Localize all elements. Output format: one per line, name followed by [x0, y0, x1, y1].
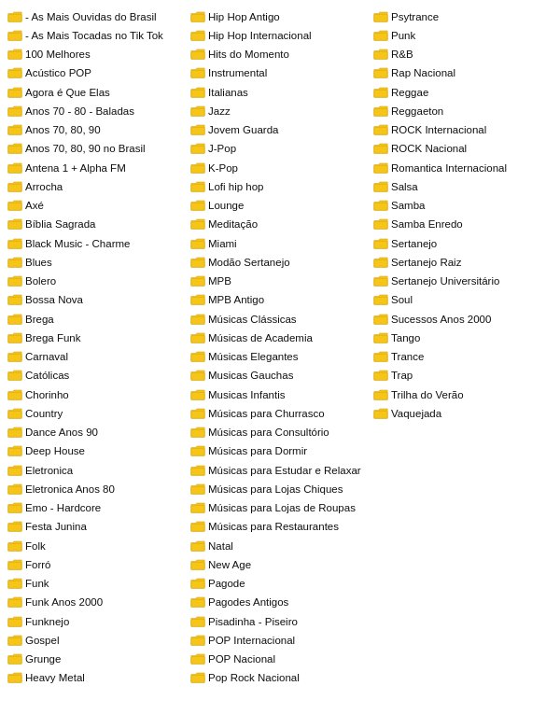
list-item[interactable]: Eletronica — [6, 461, 189, 480]
list-item[interactable]: Hits do Momento — [189, 46, 371, 64]
list-item[interactable]: Psytrance — [371, 7, 554, 26]
list-item[interactable]: New Age — [189, 555, 371, 574]
list-item[interactable]: Músicas de Academia — [189, 329, 371, 347]
list-item[interactable]: Músicas Clássicas — [189, 310, 371, 329]
list-item[interactable]: 100 Melhores — [6, 46, 189, 64]
list-item[interactable]: Antena 1 + Alpha FM — [6, 159, 189, 177]
list-item[interactable]: Salsa — [371, 177, 554, 196]
list-item[interactable]: Samba Enredo — [371, 216, 554, 234]
list-item[interactable]: Sertanejo — [371, 234, 554, 253]
list-item[interactable]: Bíblia Sagrada — [6, 216, 189, 234]
list-item[interactable]: Tango — [371, 329, 554, 347]
list-item[interactable]: MPB — [189, 273, 371, 291]
list-item[interactable]: Sertanejo Raiz — [371, 253, 554, 272]
list-item[interactable]: Reggae — [371, 83, 554, 102]
svg-rect-90 — [374, 354, 387, 361]
list-item[interactable]: Pisadinha - Piseiro — [189, 612, 371, 631]
list-item[interactable]: Instrumental — [189, 64, 371, 83]
list-item[interactable]: Emo - Hardcore — [6, 499, 189, 518]
list-item[interactable]: Católicas — [6, 367, 189, 385]
list-item[interactable]: Trap — [371, 367, 554, 385]
list-item[interactable]: Acústico POP — [6, 64, 189, 83]
list-item[interactable]: Anos 70, 80, 90 no Brasil — [6, 140, 189, 159]
list-item[interactable]: Black Music - Charme — [6, 234, 189, 253]
list-item[interactable]: Modão Sertanejo — [189, 253, 371, 272]
list-item[interactable]: Grunge — [6, 651, 189, 669]
list-item[interactable]: Pagode — [189, 575, 371, 594]
list-item[interactable]: Lounge — [189, 197, 371, 216]
list-item[interactable]: Heavy Metal — [6, 669, 189, 688]
list-item[interactable]: Carnaval — [6, 348, 189, 367]
list-item[interactable]: Músicas para Dormir — [189, 442, 371, 461]
list-item[interactable]: ROCK Internacional — [371, 121, 554, 140]
list-item[interactable]: ROCK Nacional — [371, 140, 554, 159]
list-item[interactable]: Músicas para Consultório — [189, 424, 371, 442]
list-item[interactable]: Musicas Gauchas — [189, 367, 371, 385]
list-item[interactable]: Anos 70, 80, 90 — [6, 121, 189, 140]
list-item[interactable]: Funk Anos 2000 — [6, 594, 189, 612]
list-item[interactable]: Pop Rock Nacional — [189, 669, 371, 688]
list-item[interactable]: Agora é Que Elas — [6, 83, 189, 102]
list-item[interactable]: Reggaeton — [371, 102, 554, 120]
list-item[interactable]: MPB Antigo — [189, 291, 371, 310]
list-item[interactable]: Pagodes Antigos — [189, 594, 371, 612]
list-item[interactable]: Deep House — [6, 442, 189, 461]
list-item[interactable]: Músicas para Churrasco — [189, 404, 371, 423]
list-item[interactable]: POP Internacional — [189, 631, 371, 650]
list-item[interactable]: R&B — [371, 46, 554, 64]
list-item[interactable]: Forró — [6, 555, 189, 574]
list-item[interactable]: - As Mais Ouvidas do Brasil — [6, 7, 189, 26]
list-item[interactable]: Vaquejada — [371, 404, 554, 423]
list-item[interactable]: Soul — [371, 291, 554, 310]
folder-icon — [7, 540, 22, 553]
list-item[interactable]: Funk — [6, 575, 189, 594]
list-item[interactable]: Sertanejo Universitário — [371, 273, 554, 291]
list-item[interactable]: Jazz — [189, 102, 371, 120]
list-item[interactable]: Trance — [371, 348, 554, 367]
list-item[interactable]: Músicas para Restaurantes — [189, 518, 371, 537]
list-item[interactable]: Brega Funk — [6, 329, 189, 347]
list-item[interactable]: Hip Hop Antigo — [189, 7, 371, 26]
list-item[interactable]: Musicas Infantis — [189, 385, 371, 404]
list-item[interactable]: Axé — [6, 197, 189, 216]
list-item[interactable]: Gospel — [6, 631, 189, 650]
list-item[interactable]: Lofi hip hop — [189, 177, 371, 196]
list-item[interactable]: Blues — [6, 253, 189, 272]
list-item[interactable]: Trilha do Verão — [371, 385, 554, 404]
list-item[interactable]: Dance Anos 90 — [6, 424, 189, 442]
folder-label: Músicas para Lojas de Roupas — [208, 500, 356, 516]
list-item[interactable]: Eletronica Anos 80 — [6, 480, 189, 498]
list-item[interactable]: POP Nacional — [189, 651, 371, 669]
list-item[interactable]: K-Pop — [189, 159, 371, 177]
svg-rect-52 — [191, 316, 204, 324]
list-item[interactable]: Funknejo — [6, 612, 189, 631]
folder-icon — [190, 67, 205, 79]
list-item[interactable]: Brega — [6, 310, 189, 329]
list-item[interactable]: Samba — [371, 197, 554, 216]
list-item[interactable]: Sucessos Anos 2000 — [371, 310, 554, 329]
list-item[interactable]: Meditação — [189, 216, 371, 234]
list-item[interactable]: Natal — [189, 537, 371, 555]
list-item[interactable]: J-Pop — [189, 140, 371, 159]
list-item[interactable]: Folk — [6, 537, 189, 555]
list-item[interactable]: Anos 70 - 80 - Baladas — [6, 102, 189, 120]
list-item[interactable]: Bossa Nova — [6, 291, 189, 310]
list-item[interactable]: Músicas Elegantes — [189, 348, 371, 367]
list-item[interactable]: Country — [6, 404, 189, 423]
list-item[interactable]: Italianas — [189, 83, 371, 102]
list-item[interactable]: Músicas para Lojas Chiques — [189, 480, 371, 498]
list-item[interactable]: Bolero — [6, 273, 189, 291]
list-item[interactable]: Punk — [371, 26, 554, 45]
list-item[interactable]: Músicas para Lojas de Roupas — [189, 499, 371, 518]
list-item[interactable]: Festa Junina — [6, 518, 189, 537]
list-item[interactable]: Músicas para Estudar e Relaxar — [189, 461, 371, 480]
list-item[interactable]: Romantica Internacional — [371, 159, 554, 177]
list-item[interactable]: Hip Hop Internacional — [189, 26, 371, 45]
list-item[interactable]: Chorinho — [6, 385, 189, 404]
list-item[interactable]: Jovem Guarda — [189, 121, 371, 140]
list-item[interactable]: Rap Nacional — [371, 64, 554, 83]
list-item[interactable]: Arrocha — [6, 177, 189, 196]
svg-rect-42 — [191, 127, 204, 134]
list-item[interactable]: - As Mais Tocadas no Tik Tok — [6, 26, 189, 45]
list-item[interactable]: Miami — [189, 234, 371, 253]
